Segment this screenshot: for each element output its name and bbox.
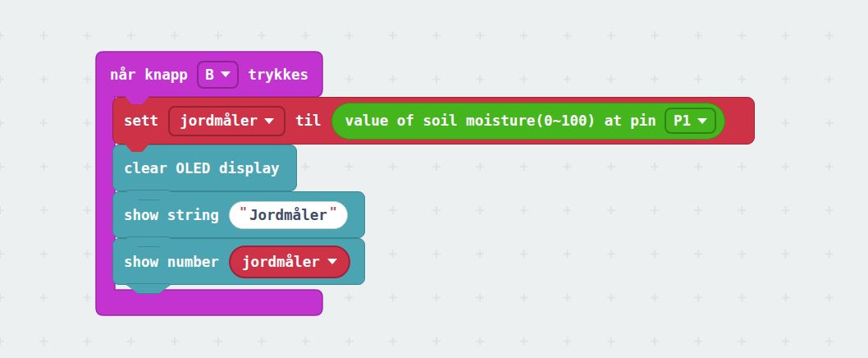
show-string-label: show string xyxy=(124,207,219,223)
close-quote: " xyxy=(330,205,337,220)
event-label-after: trykkes xyxy=(248,67,308,83)
clear-oled-label: clear OLED display xyxy=(124,160,280,177)
open-quote: " xyxy=(240,205,247,220)
to-label: til xyxy=(295,112,322,129)
makecode-workspace[interactable]: sett jordmåler til value of soil moistur… xyxy=(0,0,868,358)
button-dropdown-value: B xyxy=(205,67,214,83)
variable-pill-value: jordmåler xyxy=(242,254,320,270)
dropdown-arrow-icon xyxy=(327,259,337,264)
event-label-before: når knapp xyxy=(110,67,188,83)
string-input-value: Jordmåler xyxy=(249,207,327,223)
soil-moisture-label: value of soil moisture(0~100) at pin xyxy=(345,112,656,129)
dropdown-arrow-icon xyxy=(697,118,707,124)
button-selector-dropdown[interactable]: B xyxy=(197,61,239,89)
show-number-label: show number xyxy=(124,254,219,270)
dropdown-arrow-icon xyxy=(221,71,231,77)
variable-reporter-pill[interactable]: jordmåler xyxy=(229,246,350,278)
dropdown-arrow-icon xyxy=(264,118,274,124)
variable-dropdown[interactable]: jordmåler xyxy=(168,106,286,136)
event-block[interactable]: når knapp B trykkes xyxy=(96,52,322,97)
string-input[interactable]: " Jordmåler " xyxy=(229,201,348,229)
pin-dropdown-value: P1 xyxy=(674,112,691,129)
set-label: sett xyxy=(124,112,158,129)
variable-dropdown-value: jordmåler xyxy=(180,112,258,129)
pin-dropdown[interactable]: P1 xyxy=(665,108,716,134)
soil-moisture-reporter-block[interactable]: value of soil moisture(0~100) at pin P1 xyxy=(331,103,725,140)
set-variable-block[interactable]: sett jordmåler til value of soil moistur… xyxy=(112,97,755,145)
